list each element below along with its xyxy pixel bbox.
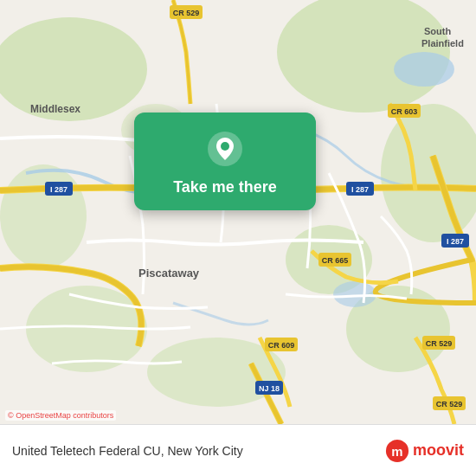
svg-text:NJ 18: NJ 18 xyxy=(259,384,280,393)
destination-title: United Teletech Federal CU, New York Cit… xyxy=(12,444,376,458)
svg-text:CR 609: CR 609 xyxy=(268,341,295,350)
svg-text:Plainfield: Plainfield xyxy=(421,38,464,48)
moovit-logo-icon: m xyxy=(385,439,409,463)
svg-text:CR 603: CR 603 xyxy=(391,107,418,116)
svg-text:Piscataway: Piscataway xyxy=(138,267,200,280)
moovit-brand-text: moovit xyxy=(413,441,464,460)
svg-text:I 287: I 287 xyxy=(351,185,369,194)
osm-attribution: © OpenStreetMap contributors xyxy=(5,410,116,421)
svg-text:CR 529: CR 529 xyxy=(436,400,463,408)
svg-text:South: South xyxy=(424,26,451,36)
take-me-there-label: Take me there xyxy=(173,178,277,196)
bottom-bar: United Teletech Federal CU, New York Cit… xyxy=(0,424,476,476)
map-background: I 287 I 287 I 287 NJ 18 CR 529 CR 603 CR… xyxy=(0,0,476,424)
svg-text:CR 665: CR 665 xyxy=(322,256,349,265)
svg-text:m: m xyxy=(391,443,402,458)
svg-text:Middlesex: Middlesex xyxy=(30,103,80,115)
svg-point-10 xyxy=(394,52,454,87)
osm-copyright-symbol: © xyxy=(8,411,14,420)
osm-attribution-text: OpenStreetMap contributors xyxy=(16,411,113,420)
svg-point-37 xyxy=(221,142,229,151)
svg-point-8 xyxy=(0,164,87,268)
take-me-there-button[interactable]: Take me there xyxy=(134,113,316,210)
svg-text:I 287: I 287 xyxy=(50,185,68,194)
svg-text:CR 529: CR 529 xyxy=(426,339,453,348)
moovit-logo: m moovit xyxy=(385,439,464,463)
map-container: I 287 I 287 I 287 NJ 18 CR 529 CR 603 CR… xyxy=(0,0,476,424)
svg-text:CR 529: CR 529 xyxy=(173,9,200,17)
location-pin-icon xyxy=(204,128,246,170)
svg-text:I 287: I 287 xyxy=(447,237,464,246)
